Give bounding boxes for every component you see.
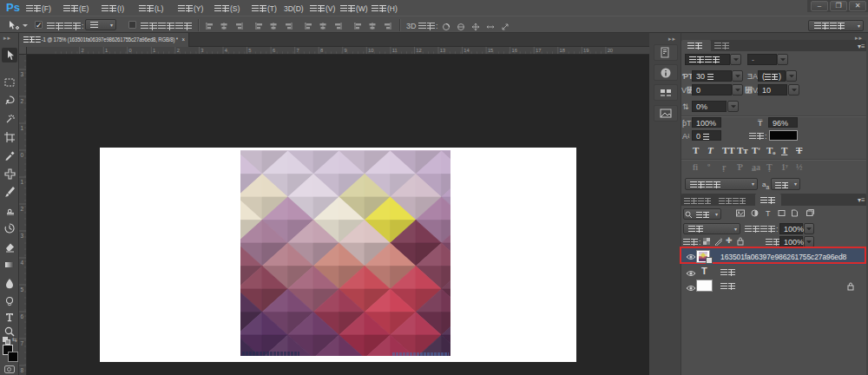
svg-text:4: 4 (225, 48, 228, 53)
svg-text:15: 15 (488, 48, 493, 53)
svg-text:19: 19 (583, 48, 589, 53)
svg-text:1: 1 (21, 179, 24, 185)
svg-text:9: 9 (345, 48, 347, 53)
svg-text:2: 2 (177, 48, 180, 53)
svg-text:6: 6 (273, 48, 275, 53)
svg-text:1: 1 (21, 125, 24, 131)
svg-text:3: 3 (21, 71, 24, 77)
svg-text:4: 4 (21, 260, 24, 266)
svg-text:1: 1 (153, 48, 155, 53)
svg-text:0: 0 (21, 152, 24, 158)
svg-text:8: 8 (320, 48, 323, 53)
svg-text:18: 18 (560, 48, 565, 53)
svg-text:2: 2 (21, 206, 24, 212)
svg-text:1: 1 (105, 48, 108, 53)
svg-text:3: 3 (21, 233, 24, 239)
svg-text:6: 6 (21, 313, 24, 319)
svg-text:7: 7 (21, 340, 24, 346)
svg-text:11: 11 (392, 48, 398, 53)
svg-text:14: 14 (464, 48, 470, 53)
svg-text:5: 5 (21, 286, 24, 293)
svg-text:8: 8 (21, 367, 24, 373)
svg-text:12: 12 (416, 48, 421, 53)
svg-text:2: 2 (21, 98, 24, 104)
svg-text:T: T (766, 209, 771, 218)
